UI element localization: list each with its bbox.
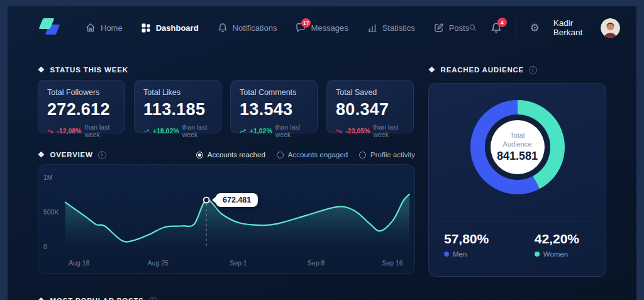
overview-filters: Accounts reached Accounts engaged Profil… [196, 151, 415, 158]
trend-percent: +1,02% [250, 127, 272, 135]
legend-women: 42,20% Women [535, 231, 579, 258]
notifications-bell[interactable]: 4 [491, 22, 502, 33]
nav-menu: Home Dashboard Notifications [86, 23, 469, 33]
trend-suffix: than last week [275, 123, 308, 138]
search-icon[interactable] [469, 22, 477, 33]
card-trend: +1,02% than last week [240, 123, 308, 138]
donut-center: Total Audience 841.581 [491, 120, 545, 174]
nav-item-statistics[interactable]: Statistics [367, 23, 415, 33]
diamond-icon [38, 150, 45, 159]
dashboard-window: Home Dashboard Notifications [8, 6, 636, 300]
nav-item-label: Statistics [382, 23, 415, 33]
popular-posts-header: MOST POPULAR POSTS [38, 296, 606, 300]
donut-center-label: Total Audience [503, 131, 532, 149]
filter-label: Profile activity [370, 151, 415, 158]
filter-accounts-engaged[interactable]: Accounts engaged [277, 151, 348, 158]
nav-item-posts[interactable]: Posts [434, 23, 470, 33]
audience-legend: 57,80% Men 42,20% Women [429, 221, 606, 258]
right-column: REACHED AUDIENCE Total Audience 841.581 [428, 65, 606, 277]
audience-title: REACHED AUDIENCE [441, 66, 525, 74]
nav-item-label: Notifications [233, 23, 277, 33]
trend-up-icon [143, 128, 150, 134]
overview-header-row: OVERVIEW Accounts reached Accounts engag… [38, 150, 415, 159]
card-value: 13.543 [240, 100, 308, 119]
info-icon[interactable] [529, 66, 537, 74]
audience-section-header: REACHED AUDIENCE [428, 65, 606, 74]
women-percent: 42,20% [535, 231, 579, 247]
card-total-comments: Total Comments 13.543 +1,02% than last w… [230, 80, 318, 133]
radio-icon [277, 152, 284, 158]
card-title: Total Followers [47, 88, 116, 97]
y-tick-1m: 1M [43, 174, 53, 181]
nav-item-label: Posts [449, 23, 470, 33]
overview-section-header: OVERVIEW [38, 150, 106, 159]
men-percent: 57,80% [444, 231, 489, 247]
trend-suffix: than last week [182, 123, 212, 138]
overview-chart-panel: 1M 500K 0 Aug 18 Aug 25 Sep 1 Sep 8 Sep … [38, 164, 415, 274]
women-dot-icon [535, 252, 540, 257]
nav-item-home[interactable]: Home [86, 23, 123, 33]
info-icon[interactable] [98, 151, 106, 159]
y-tick-500k: 500K [43, 209, 58, 216]
card-value: 80.347 [336, 100, 404, 119]
user-name[interactable]: Kadir Berkant [553, 18, 587, 37]
x-tick-sep1: Sep 1 [230, 260, 247, 267]
trend-percent: +18,02% [153, 127, 179, 135]
nav-item-label: Messages [311, 23, 348, 33]
legend-men: 57,80% Men [444, 231, 489, 258]
nav-item-messages[interactable]: 17 Messages [296, 23, 348, 33]
overview-title: OVERVIEW [50, 151, 93, 158]
card-trend: -23,05% than last week [336, 123, 404, 138]
reached-audience-panel: Total Audience 841.581 57,80% Men [428, 83, 606, 277]
trend-suffix: than last week [84, 123, 116, 138]
nav-item-notifications[interactable]: Notifications [218, 23, 277, 33]
filter-label: Accounts reached [208, 151, 265, 158]
filter-accounts-reached[interactable]: Accounts reached [196, 151, 265, 158]
diamond-icon [38, 65, 45, 74]
filter-profile-activity[interactable]: Profile activity [359, 151, 415, 158]
card-title: Total Comments [240, 88, 308, 97]
info-icon[interactable] [149, 297, 157, 300]
card-trend: -12,08% than last week [47, 123, 116, 138]
diamond-icon [38, 296, 45, 300]
radio-icon [359, 152, 366, 158]
men-label: Men [453, 250, 467, 258]
women-label-row: Women [535, 250, 579, 258]
popular-posts-title: MOST POPULAR POSTS [50, 297, 144, 300]
x-tick-sep8: Sep 8 [308, 260, 325, 267]
card-trend: +18,02% than last week [143, 123, 212, 138]
trend-percent: -12,08% [57, 127, 81, 135]
status-cards: Total Followers 272.612 -12,08% than las… [38, 80, 415, 133]
donut-total-value: 841.581 [497, 150, 538, 163]
bar-chart-icon [367, 23, 377, 33]
nav-item-label: Dashboard [156, 23, 199, 33]
card-title: Total Likes [143, 88, 212, 97]
filter-label: Accounts engaged [288, 151, 348, 158]
overview-chart[interactable]: 1M 500K 0 Aug 18 Aug 25 Sep 1 Sep 8 Sep … [38, 165, 414, 274]
edit-pencil-icon [434, 23, 444, 33]
trend-down-icon [336, 128, 342, 134]
popular-posts-section: MOST POPULAR POSTS [8, 296, 636, 300]
nav-actions: 4 ⚙ Kadir Berkant [469, 18, 620, 38]
gear-icon[interactable]: ⚙ [530, 23, 540, 33]
card-value: 113.185 [143, 100, 212, 119]
card-total-followers: Total Followers 272.612 -12,08% than las… [38, 80, 125, 133]
nav-item-dashboard[interactable]: Dashboard [142, 23, 199, 33]
status-section-header: STATUS THIS WEEK [38, 65, 415, 74]
bell-icon [218, 23, 228, 33]
x-tick-sep16: Sep 16 [382, 260, 403, 267]
radio-selected-icon [196, 152, 203, 158]
chart-highlight-marker [204, 197, 209, 203]
trend-up-icon [240, 128, 247, 134]
trend-percent: -23,05% [345, 127, 370, 135]
men-dot-icon [444, 252, 449, 257]
messages-badge: 17 [301, 18, 311, 28]
x-tick-aug25: Aug 25 [148, 260, 169, 267]
audience-donut-chart: Total Audience 841.581 [470, 100, 565, 194]
app-logo-icon[interactable] [38, 16, 62, 39]
avatar[interactable] [601, 18, 620, 38]
y-tick-0: 0 [43, 243, 47, 250]
chart-tooltip: 672.481 [216, 193, 258, 207]
tooltip-value: 672.481 [223, 196, 251, 204]
card-total-likes: Total Likes 113.185 +18,02% than last we… [134, 80, 221, 133]
